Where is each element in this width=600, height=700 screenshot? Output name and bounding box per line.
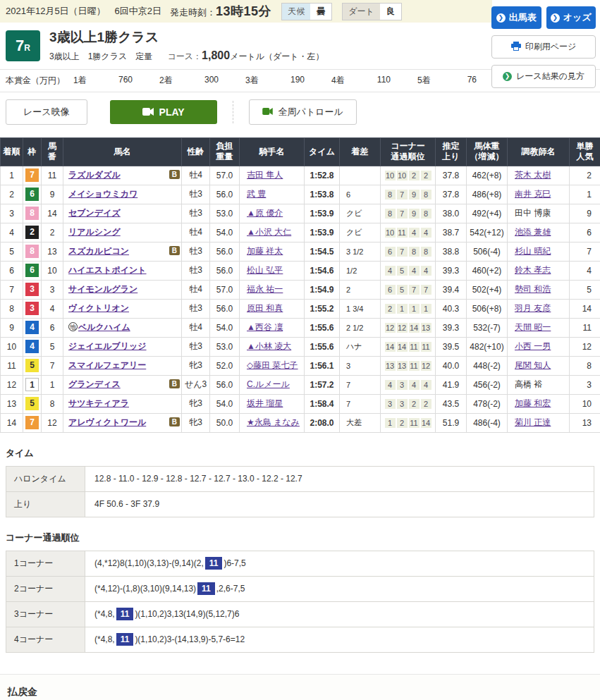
finish-position: 11 <box>1 356 23 375</box>
patrol-button-label: 全周パトロール <box>278 106 343 118</box>
waku-badge: 5 <box>25 397 39 410</box>
odds-button[interactable]: ❯ オッズ <box>546 6 596 29</box>
jockey-name-link[interactable]: ★永島 まなみ <box>247 417 300 427</box>
corner-row-label: 4コーナー <box>6 627 85 652</box>
trainer-cell: 羽月 友彦 <box>508 299 570 318</box>
corner-positions-cell: 8798 <box>381 185 436 204</box>
corner-position: 3 <box>397 399 408 409</box>
jockey-cell: 松山 弘平 <box>240 261 305 280</box>
jockey-cell: ★永島 まなみ <box>240 413 305 432</box>
horse-weight: 482(+10) <box>467 337 508 356</box>
win-popularity: 4 <box>570 261 600 280</box>
jockey-name-link[interactable]: 松山 弘平 <box>247 265 283 275</box>
result-guide-button[interactable]: ❯ レース結果の見方 <box>491 65 596 88</box>
jockey-name-link[interactable]: ◇藤田 菜七子 <box>247 360 298 370</box>
trainer-name-link[interactable]: 勢司 和浩 <box>515 284 551 294</box>
time-row: ハロンタイム12.8 - 11.0 - 12.9 - 12.8 - 12.7 -… <box>6 466 594 491</box>
margin: 6 <box>340 185 381 204</box>
chevron-circle-icon: ❯ <box>496 13 506 23</box>
corner-position: 5 <box>397 266 408 276</box>
trainer-name-link[interactable]: 南井 克巳 <box>515 189 551 199</box>
jockey-name-link[interactable]: 加藤 祥太 <box>247 246 283 256</box>
carried-weight: 56.0 <box>210 242 240 261</box>
margin: クビ <box>340 204 381 223</box>
trainer-name-link[interactable]: 天間 昭一 <box>515 322 551 332</box>
horse-name-cell: Bスズカルピコン <box>63 242 182 261</box>
prize-rank: 1着 <box>73 75 106 87</box>
finish-time: 1:54.6 <box>305 261 340 280</box>
trainer-name-link[interactable]: 尾関 知人 <box>515 360 551 370</box>
corner-position: 8 <box>409 247 420 257</box>
waku-cell: 6 <box>23 185 42 204</box>
horse-name-link[interactable]: サツキティアラ <box>68 398 129 408</box>
jockey-name-link[interactable]: ▲小沢 大仁 <box>247 227 291 237</box>
corner-position: 13 <box>421 323 431 333</box>
waku-cell: 5 <box>23 356 42 375</box>
waku-cell: 6 <box>23 261 42 280</box>
trainer-name-link[interactable]: 鈴木 孝志 <box>515 265 551 275</box>
trainer-name-link[interactable]: 小西 一男 <box>515 341 551 351</box>
patrol-video-button[interactable]: 全周パトロール <box>249 99 357 125</box>
horse-weight: 478(-2) <box>467 394 508 413</box>
horse-name-link[interactable]: ベルクハイム <box>78 322 130 332</box>
trainer-cell: 勢司 和浩 <box>508 280 570 299</box>
jockey-name-link[interactable]: ▲小林 凌大 <box>247 341 291 351</box>
horse-name-link[interactable]: スマイルフェアリー <box>68 360 146 370</box>
horse-number: 7 <box>42 356 63 375</box>
jockey-name-link[interactable]: 原田 和真 <box>247 303 283 313</box>
waku-cell: 2 <box>23 223 42 242</box>
chevron-circle-icon: ❯ <box>551 13 560 23</box>
horse-name-link[interactable]: アレヴィクトワール <box>68 417 146 427</box>
shutsuba-button[interactable]: ❯ 出馬表 <box>491 6 541 29</box>
last-3f-time: 51.9 <box>436 413 467 432</box>
waku-badge: 4 <box>25 340 39 353</box>
jockey-name-link[interactable]: C.ルメール <box>247 379 290 389</box>
corner-position: 11 <box>421 342 431 352</box>
trainer-name-link[interactable]: 羽月 友彦 <box>515 303 551 313</box>
jockey-name-link[interactable]: 福永 祐一 <box>247 284 283 294</box>
play-button[interactable]: PLAY <box>110 100 217 124</box>
jockey-cell: C.ルメール <box>240 375 305 394</box>
last-3f-time: 39.3 <box>436 318 467 337</box>
trainer-name-link[interactable]: 茶木 太樹 <box>515 170 551 180</box>
jockey-name-link[interactable]: ▲西谷 凜 <box>247 322 283 332</box>
horse-name-link[interactable]: ジェイエルブリッジ <box>68 341 147 351</box>
jockey-name-link[interactable]: ▲原 優介 <box>247 208 283 218</box>
horse-name-link[interactable]: サイモンルグラン <box>68 284 137 294</box>
horse-number: 10 <box>42 261 63 280</box>
jockey-name-link[interactable]: 坂井 瑠星 <box>247 398 283 408</box>
print-page-button[interactable]: 印刷用ページ <box>491 35 596 59</box>
horse-name-cell: Bアレヴィクトワール <box>63 413 182 432</box>
corner-table: 1コーナー(4,*12)8(1,10)(3,13)-(9,14)(2,11)6-… <box>6 551 594 652</box>
table-row: 733サイモンルグラン牡457.0福永 祐一1:54.92657739.4502… <box>1 280 600 299</box>
page-title: 3歳以上1勝クラス <box>49 30 324 46</box>
horse-name-link[interactable]: スズカルピコン <box>68 246 129 256</box>
horse-name-link[interactable]: ヴィクトリオン <box>68 303 129 313</box>
winner-number-highlight: 11 <box>116 608 134 620</box>
horse-name-link[interactable]: メイショウミカワ <box>68 189 137 199</box>
horse-name-link[interactable]: セブンデイズ <box>68 208 121 218</box>
corner-position: 14 <box>421 418 431 428</box>
horse-name-link[interactable]: ラズルダズル <box>68 170 121 180</box>
divider <box>233 101 233 123</box>
race-number-suffix: R <box>24 43 30 53</box>
race-video-button[interactable]: レース映像 <box>6 99 87 125</box>
jockey-name-link[interactable]: 吉田 隼人 <box>247 170 283 180</box>
waku-cell: 4 <box>23 337 42 356</box>
horse-name-link[interactable]: リアルシング <box>68 227 121 237</box>
finish-position: 8 <box>1 299 23 318</box>
waku-cell: 1 <box>23 375 42 394</box>
trainer-name-link[interactable]: 杉山 晴紀 <box>515 246 551 256</box>
sex-age: 牡3 <box>182 204 210 223</box>
jockey-name-link[interactable]: 武 豊 <box>247 189 266 199</box>
shutsuba-button-label: 出馬表 <box>509 11 537 24</box>
horse-name-link[interactable]: ハイエストポイント <box>68 265 147 275</box>
trainer-name-link[interactable]: 菊川 正達 <box>515 417 551 427</box>
margin: 2 <box>340 280 381 299</box>
carried-weight: 56.0 <box>210 375 240 394</box>
horse-name-link[interactable]: グランディス <box>68 379 121 389</box>
corner-positions-cell: 4544 <box>381 261 436 280</box>
trainer-name-link[interactable]: 池添 兼雄 <box>515 227 551 237</box>
carried-weight: 57.0 <box>210 280 240 299</box>
trainer-name-link[interactable]: 加藤 和宏 <box>515 398 551 408</box>
